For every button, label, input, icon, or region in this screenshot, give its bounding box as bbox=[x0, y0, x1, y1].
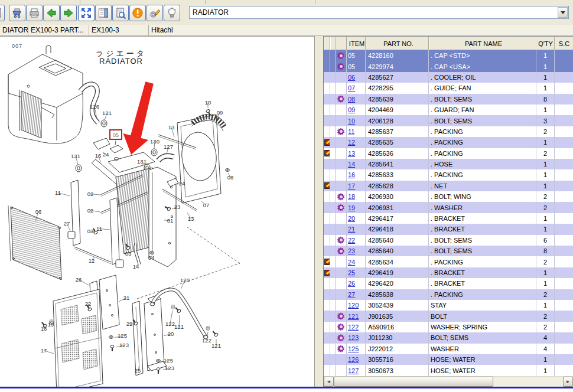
item-number-link[interactable]: 23 bbox=[348, 247, 355, 254]
part-row-22[interactable]: 224285640. BOLT; SEMS6 bbox=[324, 235, 573, 246]
alert-button[interactable] bbox=[129, 5, 146, 21]
service-part-icon[interactable] bbox=[337, 323, 345, 331]
item-number-link[interactable]: 24 bbox=[348, 259, 355, 266]
part-callout-16[interactable]: 16 bbox=[95, 152, 102, 159]
part-callout-03[interactable]: 03 bbox=[125, 250, 132, 257]
part-row-18[interactable]: 184206930. BOLT; WING2 bbox=[324, 191, 573, 202]
service-part-icon[interactable] bbox=[337, 334, 345, 342]
item-number-link[interactable]: 05 bbox=[348, 63, 355, 70]
part-row-12[interactable]: 124285635. PACKING1 bbox=[324, 137, 573, 148]
part-callout-27[interactable]: 27 bbox=[64, 220, 70, 227]
part-callout-13[interactable]: 13 bbox=[168, 124, 175, 130]
part-callout-11[interactable]: 11 bbox=[55, 190, 61, 196]
part-callout-17[interactable]: 17 bbox=[41, 347, 47, 354]
part-callout-01[interactable]: 01 bbox=[167, 217, 174, 224]
item-number-link[interactable]: 09 bbox=[348, 106, 355, 113]
part-callout-123[interactable]: 123 bbox=[119, 342, 129, 348]
part-row-10[interactable]: 104206128. BOLT; SEMS3 bbox=[324, 115, 573, 126]
part-callout-22[interactable]: 22 bbox=[85, 300, 92, 307]
part-row-05[interactable]: 054228160. CAP <STD>1 bbox=[324, 50, 573, 61]
service-note-icon[interactable] bbox=[324, 258, 330, 266]
scroll-right-button[interactable]: ► bbox=[563, 377, 573, 387]
item-number-link[interactable]: 120 bbox=[348, 302, 359, 309]
service-part-icon[interactable] bbox=[337, 52, 345, 60]
part-callout-125[interactable]: 125 bbox=[164, 357, 173, 364]
part-row-26[interactable]: 264296420. BRACKET1 bbox=[324, 278, 573, 289]
part-callout-08[interactable]: 08 bbox=[227, 174, 234, 181]
part-row-24[interactable]: 244285634. PACKING2 bbox=[324, 256, 573, 267]
settings-edit-button[interactable] bbox=[146, 5, 163, 21]
part-row-121[interactable]: 121J901635BOLT2 bbox=[324, 311, 573, 321]
combo-dropdown-button[interactable] bbox=[558, 7, 568, 18]
item-number-link[interactable]: 18 bbox=[348, 193, 355, 200]
item-number-link[interactable]: 05 bbox=[348, 52, 355, 59]
service-part-icon[interactable] bbox=[337, 345, 345, 352]
part-callout-22[interactable]: 22 bbox=[126, 321, 133, 327]
part-row-08[interactable]: 084285639. BOLT; SEMS8 bbox=[324, 94, 573, 104]
part-callout-122[interactable]: 122 bbox=[165, 321, 175, 327]
part-row-09[interactable]: 094204469. GUARD; FAN1 bbox=[324, 104, 573, 115]
fit-screen-button[interactable] bbox=[78, 5, 95, 21]
item-number-link[interactable]: 12 bbox=[348, 139, 355, 146]
part-row-126[interactable]: 1263055716HOSE; WATER1 bbox=[324, 354, 573, 365]
service-part-icon[interactable] bbox=[337, 193, 345, 201]
part-callout-04[interactable]: 04 bbox=[148, 254, 155, 261]
part-row-17[interactable]: 174285628. NET1 bbox=[324, 181, 573, 191]
service-part-icon[interactable] bbox=[337, 95, 345, 103]
part-callout-125[interactable]: 125 bbox=[118, 332, 127, 339]
part-callout-131[interactable]: 131 bbox=[102, 110, 112, 116]
item-number-link[interactable]: 121 bbox=[348, 313, 359, 320]
part-row-27[interactable]: 274285638. PACKING2 bbox=[324, 289, 573, 300]
service-part-icon[interactable] bbox=[337, 312, 345, 320]
part-row-13[interactable]: 134285636. PACKING2 bbox=[324, 148, 573, 159]
part-row-07[interactable]: 074228295. GUIDE; FAN1 bbox=[324, 83, 573, 93]
part-callout-23[interactable]: 23 bbox=[174, 204, 181, 210]
scrollbar-thumb[interactable] bbox=[334, 377, 493, 387]
item-number-link[interactable]: 27 bbox=[348, 291, 355, 298]
part-callout-10[interactable]: 10 bbox=[205, 99, 211, 106]
part-callout-127[interactable]: 127 bbox=[164, 143, 173, 150]
part-row-125[interactable]: 125J222012WASHER4 bbox=[324, 344, 573, 354]
part-callout-130[interactable]: 130 bbox=[150, 138, 159, 145]
part-callout-121[interactable]: 121 bbox=[174, 324, 184, 330]
service-note-icon[interactable] bbox=[324, 149, 330, 157]
part-callout-14[interactable]: 14 bbox=[133, 263, 139, 270]
item-number-link[interactable]: 20 bbox=[348, 215, 355, 222]
cart-button[interactable] bbox=[9, 5, 25, 21]
scrollbar-track[interactable] bbox=[493, 377, 563, 387]
service-part-icon[interactable] bbox=[337, 128, 345, 135]
part-callout-126[interactable]: 126 bbox=[90, 103, 99, 110]
part-callout-123[interactable]: 123 bbox=[165, 365, 174, 371]
part-callout-131[interactable]: 131 bbox=[71, 153, 80, 159]
part-callout-121[interactable]: 121 bbox=[211, 342, 221, 349]
part-callout-19[interactable]: 19 bbox=[48, 321, 54, 328]
item-number-link[interactable]: 21 bbox=[348, 226, 355, 233]
part-callout-26[interactable]: 26 bbox=[76, 276, 82, 283]
item-number-link[interactable]: 08 bbox=[348, 96, 355, 103]
item-number-link[interactable]: 10 bbox=[348, 117, 355, 125]
service-part-icon[interactable] bbox=[337, 63, 345, 70]
part-callout-120[interactable]: 120 bbox=[180, 277, 190, 283]
part-callout-25[interactable]: 25 bbox=[135, 367, 141, 374]
part-callout-18[interactable]: 18 bbox=[41, 325, 47, 332]
part-row-11[interactable]: 114285637. PACKING2 bbox=[324, 126, 573, 137]
part-callout-131[interactable]: 131 bbox=[137, 158, 146, 165]
part-callout-11[interactable]: 11 bbox=[96, 226, 102, 232]
figure-select-combobox[interactable]: RADIATOR bbox=[189, 6, 569, 19]
item-number-link[interactable]: 06 bbox=[348, 74, 355, 81]
part-row-21[interactable]: 214296418. BRACKET1 bbox=[324, 224, 573, 234]
part-row-14[interactable]: 144285641. HOSE1 bbox=[324, 159, 573, 169]
item-number-link[interactable]: 17 bbox=[348, 182, 355, 190]
item-number-link[interactable]: 13 bbox=[348, 150, 355, 157]
item-number-link[interactable]: 126 bbox=[348, 356, 359, 363]
item-number-link[interactable]: 16 bbox=[348, 171, 355, 178]
forward-arrow-button[interactable] bbox=[60, 5, 77, 21]
part-callout-24[interactable]: 24 bbox=[179, 180, 185, 187]
part-row-120[interactable]: 1203052439STAY1 bbox=[324, 300, 573, 311]
item-number-link[interactable]: 25 bbox=[348, 269, 355, 276]
part-callout-24[interactable]: 24 bbox=[103, 151, 109, 158]
part-callout-13[interactable]: 13 bbox=[188, 215, 194, 222]
part-callout-12[interactable]: 12 bbox=[89, 257, 95, 264]
part-callout-02[interactable]: 02 bbox=[87, 191, 94, 197]
service-part-icon[interactable] bbox=[337, 247, 345, 255]
